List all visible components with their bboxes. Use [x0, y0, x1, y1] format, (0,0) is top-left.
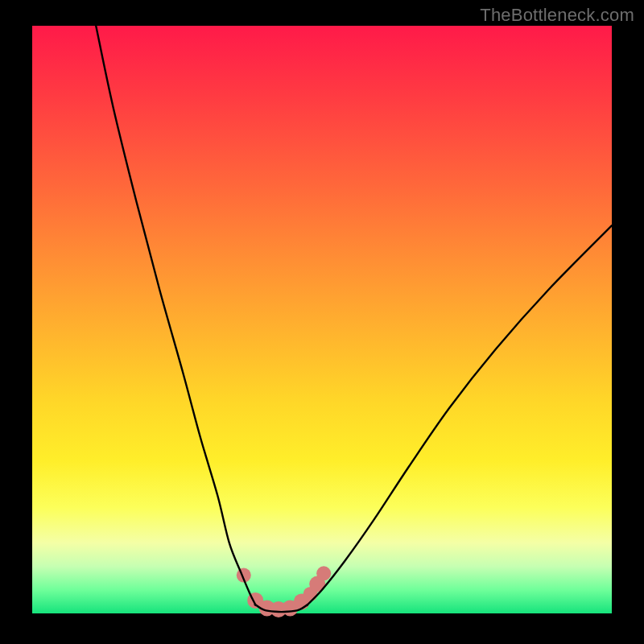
bottleneck-curve	[32, 26, 612, 613]
plot-area	[32, 26, 612, 613]
watermark-text: TheBottleneck.com	[480, 5, 634, 26]
chart-frame: TheBottleneck.com	[0, 0, 644, 644]
curve-marker	[316, 566, 331, 580]
